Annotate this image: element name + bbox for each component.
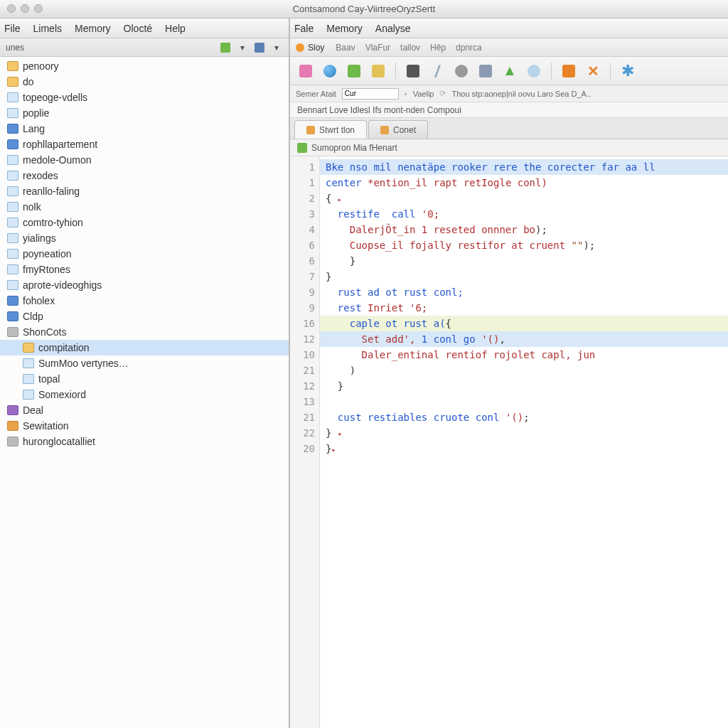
tree-item[interactable]: topal	[0, 371, 289, 387]
tree-item[interactable]: Lang	[0, 121, 289, 136]
ribbon-item[interactable]: tallov	[400, 43, 420, 53]
window-titlebar: Contsamond Cay-ViirtreeOryzSertt	[0, 0, 728, 18]
close-icon[interactable]	[7, 4, 16, 13]
menu-help[interactable]: Help	[165, 23, 186, 34]
zoom-icon[interactable]	[34, 4, 43, 13]
code-line[interactable]: Bke nso mil nenatäpe rooker rere the cor…	[320, 159, 728, 175]
tree-item-label: compitation	[38, 342, 90, 353]
code-line[interactable]: }▸	[320, 441, 728, 456]
tree-item[interactable]: ShonCots	[0, 324, 289, 340]
ribbon-lead[interactable]: Sloy	[296, 43, 324, 53]
tool-pencil-icon[interactable]	[429, 63, 446, 80]
traffic-lights[interactable]	[7, 4, 43, 13]
menu-limels[interactable]: Limels	[33, 23, 62, 34]
tool-stop-icon[interactable]	[560, 63, 577, 80]
code-line[interactable]: }	[320, 253, 728, 269]
doc-icon	[7, 280, 18, 290]
tree-item[interactable]: Deal	[0, 402, 289, 418]
status-dot-icon	[296, 43, 304, 52]
doc-icon	[7, 249, 18, 259]
menu-olocté[interactable]: Olocté	[124, 23, 152, 34]
code-line[interactable]: DalerjŎt_in 1 reseted onnner bo);	[320, 222, 728, 237]
ribbon-item[interactable]: Baav	[336, 43, 355, 53]
tree-item[interactable]: penoory	[0, 58, 289, 74]
code-line[interactable]: Set add', 1 conl go '(),	[320, 331, 728, 347]
tree-item-label: foholex	[23, 295, 55, 306]
tool-record-icon[interactable]	[453, 63, 470, 80]
tool-upload-icon[interactable]	[501, 63, 518, 80]
find-input-1[interactable]	[342, 88, 399, 100]
tree-item[interactable]: comtro-tyhion	[0, 215, 289, 230]
code-line[interactable]: caple ot rust a({	[320, 316, 728, 331]
tree-item-label: Deal	[23, 405, 43, 416]
tree-item-label: yialings	[23, 232, 56, 244]
tool-printer-icon[interactable]	[477, 63, 494, 80]
folder-blue-icon	[7, 124, 18, 134]
menu-analyse[interactable]: Analyse	[375, 23, 411, 34]
code-editor[interactable]: 1123466799161210211213212220 Bke nso mil…	[290, 156, 728, 728]
code-line[interactable]: rust ad ot rust conl;	[320, 284, 728, 300]
tree-item[interactable]: compitation	[0, 340, 289, 355]
code-line[interactable]: }	[320, 269, 728, 284]
tree-item[interactable]: foholex	[0, 293, 289, 309]
code-line[interactable]: rest Inriet '6;	[320, 300, 728, 316]
save-icon[interactable]	[253, 41, 266, 54]
code-line[interactable]: }	[320, 378, 728, 394]
tree-item[interactable]: do	[0, 74, 289, 90]
editor-tab[interactable]: Stwrt tlon	[294, 120, 367, 139]
code-line[interactable]: cust restiables cruote conl '();	[320, 410, 728, 425]
toolbar: ✕ ✱	[290, 57, 728, 85]
tree-item[interactable]: Somexiord	[0, 387, 289, 402]
tool-terminal-icon[interactable]	[405, 63, 422, 80]
tree-item[interactable]: poplie	[0, 105, 289, 121]
code-line[interactable]	[320, 394, 728, 410]
tree-item[interactable]: Cldp	[0, 309, 289, 324]
menu-memory[interactable]: Memory	[326, 23, 363, 34]
tree-item[interactable]: Sewitation	[0, 418, 289, 434]
code-line[interactable]: { ▸	[320, 191, 728, 206]
tree-item[interactable]: poyneation	[0, 246, 289, 262]
tree-item[interactable]: aprote-videoghigs	[0, 277, 289, 293]
tool-globe-icon[interactable]	[321, 63, 338, 80]
minimize-icon[interactable]	[21, 4, 29, 13]
tree-panel-label: unes	[6, 43, 215, 53]
ribbon-item[interactable]: Hěp	[430, 43, 446, 53]
tree-item[interactable]: yialings	[0, 230, 289, 246]
tool-favorite-icon[interactable]: ✱	[619, 63, 636, 80]
tree-item[interactable]: medole-Oumon	[0, 152, 289, 168]
code-line[interactable]: Daler_entinal rentiof rojolet capl, jun	[320, 347, 728, 363]
dropdown-icon-2[interactable]: ▾	[270, 41, 283, 54]
code-line[interactable]: restife call '0;	[320, 206, 728, 222]
ribbon-item[interactable]: VlaFur	[365, 43, 390, 53]
folder-blue-icon	[7, 311, 18, 321]
tree-item[interactable]: fmyRtones	[0, 262, 289, 277]
tool-chart-icon[interactable]	[297, 63, 314, 80]
menu-file[interactable]: File	[4, 23, 21, 34]
tab-icon	[306, 126, 315, 134]
new-item-icon[interactable]	[219, 41, 232, 54]
code-area[interactable]: Bke nso mil nenatäpe rooker rere the cor…	[320, 156, 728, 728]
code-line[interactable]: center *ention_il rapt retIogle conl)	[320, 175, 728, 191]
tool-close-icon[interactable]: ✕	[584, 63, 601, 80]
tree-item[interactable]: rophllapartement	[0, 136, 289, 152]
tree-item[interactable]: rexodes	[0, 168, 289, 183]
menu-fale[interactable]: Fale	[294, 23, 314, 34]
tool-lock-icon[interactable]	[370, 63, 387, 80]
ribbon-item[interactable]: dpnrca	[456, 43, 482, 53]
tree-item[interactable]: topeoge-vdells	[0, 90, 289, 105]
dropdown-icon[interactable]: ▾	[236, 41, 249, 54]
tool-green-icon[interactable]	[346, 63, 363, 80]
tree-item[interactable]: nolk	[0, 199, 289, 215]
code-line[interactable]: } ▾	[320, 425, 728, 441]
file-tree[interactable]: penoorydotopeoge-vdellspoplieLangrophlla…	[0, 57, 289, 728]
code-line[interactable]: Cuopse_il fojally restifor at cruent "")…	[320, 237, 728, 253]
tree-item-label: Sewitation	[23, 420, 69, 432]
editor-tab[interactable]: Conet	[368, 120, 428, 139]
tool-cloud-icon[interactable]	[525, 63, 542, 80]
tree-item[interactable]: reanllo-faling	[0, 183, 289, 199]
tree-item[interactable]: huronglocatalliet	[0, 434, 289, 449]
menu-memory[interactable]: Memory	[75, 23, 111, 34]
doc-icon	[7, 155, 18, 165]
tree-item[interactable]: SumMoo vertynes…	[0, 355, 289, 371]
code-line[interactable]: )	[320, 363, 728, 378]
